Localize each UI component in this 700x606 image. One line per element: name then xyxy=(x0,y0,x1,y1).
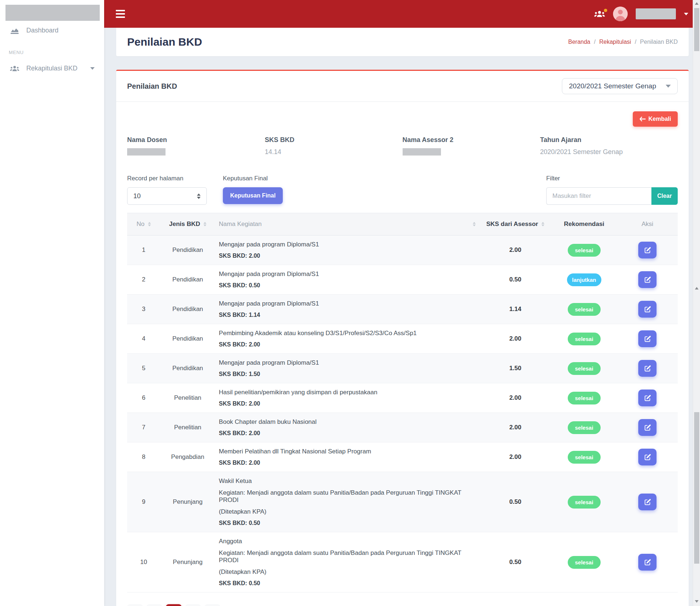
page-title: Penilaian BKD xyxy=(127,36,202,48)
edit-button[interactable] xyxy=(638,301,657,318)
card-title: Penilaian BKD xyxy=(127,82,177,91)
semester-select[interactable]: 2020/2021 Semester Genap xyxy=(562,78,678,94)
sks-bkd-line: SKS BKD: 0.50 xyxy=(219,282,476,289)
table-row: 5PendidikanMengajar pada program Diploma… xyxy=(127,354,678,383)
cell-aksi xyxy=(617,442,678,472)
kembali-button[interactable]: Kembali xyxy=(633,111,678,127)
toolbar: Record per halaman 10 Keputusan Final Ke… xyxy=(127,175,678,205)
kegiatan-line: Wakil Ketua xyxy=(219,477,476,485)
cell-no: 3 xyxy=(127,295,160,324)
pagination-page-active[interactable]: 1 xyxy=(166,604,182,606)
cell-aksi xyxy=(617,235,678,265)
users-icon xyxy=(9,65,20,72)
table-row: 6PenelitianHasil penelitian/pemikiran ya… xyxy=(127,383,678,413)
cell-jenis-bkd: Pendidikan xyxy=(160,265,215,295)
avatar[interactable] xyxy=(613,7,628,21)
column-header[interactable]: No xyxy=(127,213,160,235)
table-row: 1PendidikanMengajar pada program Diploma… xyxy=(127,235,678,265)
table-row: 3PendidikanMengajar pada program Diploma… xyxy=(127,295,678,324)
info-field: Nama Dosen xyxy=(127,136,265,156)
edit-button[interactable] xyxy=(638,554,657,571)
edit-icon xyxy=(644,246,651,254)
column-header[interactable]: SKS dari Asessor xyxy=(479,213,551,235)
sort-icon[interactable] xyxy=(541,222,544,226)
info-field-value: 2020/2021 Semester Genap xyxy=(540,148,678,156)
records-per-page-select[interactable]: 10 xyxy=(127,187,207,205)
kegiatan-line: Mengajar pada program Diploma/S1 xyxy=(219,271,476,278)
cell-no: 1 xyxy=(127,235,160,265)
pagination-button[interactable]: ‹ xyxy=(147,604,162,606)
scrollbar-thumb[interactable] xyxy=(694,412,699,564)
breadcrumb-item[interactable]: Beranda xyxy=(568,39,590,45)
column-header[interactable]: Jenis BKD xyxy=(160,213,215,235)
table-row: 8PengabdianMemberi Pelatihan dll Tingkat… xyxy=(127,442,678,472)
keputusan-final-button[interactable]: Keputusan Final xyxy=(223,187,283,204)
status-badge: lanjutkan xyxy=(567,273,601,286)
edit-button[interactable] xyxy=(638,330,657,347)
edit-button[interactable] xyxy=(638,360,657,377)
edit-icon xyxy=(644,394,651,402)
filter-input[interactable] xyxy=(546,187,651,205)
cell-nama-kegiatan: Mengajar pada program Diploma/S1SKS BKD:… xyxy=(215,235,479,265)
sidebar-item-dashboard[interactable]: Dashboard xyxy=(0,21,104,40)
cell-no: 2 xyxy=(127,265,160,295)
edit-button[interactable] xyxy=(638,271,657,288)
edit-button[interactable] xyxy=(638,419,657,436)
info-grid: Nama DosenSKS BKD14.14Nama Asessor 2Tahu… xyxy=(127,136,678,156)
pagination-button[interactable]: › xyxy=(185,604,201,606)
status-badge: selesai xyxy=(568,303,601,316)
cell-sks-asessor: 2.00 xyxy=(479,235,551,265)
table-row: 7PenelitianBook Chapter dalam buku Nasio… xyxy=(127,413,678,442)
edit-button[interactable] xyxy=(638,494,657,510)
edit-button[interactable] xyxy=(638,242,657,258)
sidebar-item-rekapitulasi-bkd[interactable]: Rekapitulasi BKD xyxy=(0,59,104,78)
penilaian-card: Penilaian BKD 2020/2021 Semester Genap K… xyxy=(116,70,689,606)
user-name-redacted[interactable] xyxy=(636,8,676,19)
sks-bkd-line: SKS BKD: 0.50 xyxy=(219,520,476,526)
cell-no: 10 xyxy=(127,532,160,592)
scrollbar-track[interactable] xyxy=(693,0,700,606)
sort-icon[interactable] xyxy=(203,222,206,226)
table-row: 10PenunjangAnggotaKegiatan: Menjadi angg… xyxy=(127,532,678,592)
scrollbar-thumb[interactable] xyxy=(694,8,699,51)
redacted-value xyxy=(403,148,441,156)
breadcrumb-item[interactable]: Rekapitulasi xyxy=(599,39,631,45)
sort-icon[interactable] xyxy=(148,222,151,226)
sks-bkd-line: SKS BKD: 2.00 xyxy=(219,460,476,466)
scrollbar-up-arrow-icon[interactable] xyxy=(695,2,699,5)
cell-aksi xyxy=(617,324,678,354)
status-badge: selesai xyxy=(568,362,601,375)
user-dropdown-caret-icon[interactable] xyxy=(684,13,688,15)
notification-dot xyxy=(604,9,607,12)
scrollbar-down-arrow-icon[interactable] xyxy=(695,600,699,603)
table-row: 4PendidikanPembimbing Akademik atau kons… xyxy=(127,324,678,354)
pagination-button[interactable]: » xyxy=(205,604,220,606)
cell-rekomendasi: selesai xyxy=(551,295,617,324)
chart-icon xyxy=(9,27,20,34)
cell-no: 8 xyxy=(127,442,160,472)
cell-jenis-bkd: Penelitian xyxy=(160,383,215,413)
edit-button[interactable] xyxy=(638,390,657,406)
sks-bkd-line: SKS BKD: 2.00 xyxy=(219,430,476,437)
sidebar-item-label: Dashboard xyxy=(26,27,58,34)
info-field-label: Tahun Ajaran xyxy=(540,136,678,144)
cell-sks-asessor: 2.00 xyxy=(479,442,551,472)
clear-filter-button[interactable]: Clear xyxy=(651,187,678,205)
info-field-label: SKS BKD xyxy=(265,136,403,144)
hamburger-menu-icon[interactable] xyxy=(116,10,125,18)
sidebar: Dashboard MENU Rekapitulasi BKD xyxy=(0,0,104,606)
sks-bkd-line: SKS BKD: 2.00 xyxy=(219,253,476,259)
redacted-value xyxy=(127,148,166,156)
assessors-users-icon[interactable] xyxy=(594,10,605,18)
column-header[interactable]: Nama Kegiatan xyxy=(215,213,479,235)
sort-icon[interactable] xyxy=(473,222,476,226)
pagination-button[interactable]: « xyxy=(127,604,143,606)
semester-select-value: 2020/2021 Semester Genap xyxy=(569,82,656,90)
scrollbar-up-arrow-icon[interactable] xyxy=(695,287,699,289)
kegiatan-line: Book Chapter dalam buku Nasional xyxy=(219,418,476,426)
cell-jenis-bkd: Penunjang xyxy=(160,472,215,532)
cell-sks-asessor: 0.50 xyxy=(479,472,551,532)
cell-rekomendasi: selesai xyxy=(551,442,617,472)
edit-button[interactable] xyxy=(638,449,657,465)
arrow-left-icon xyxy=(639,116,646,122)
